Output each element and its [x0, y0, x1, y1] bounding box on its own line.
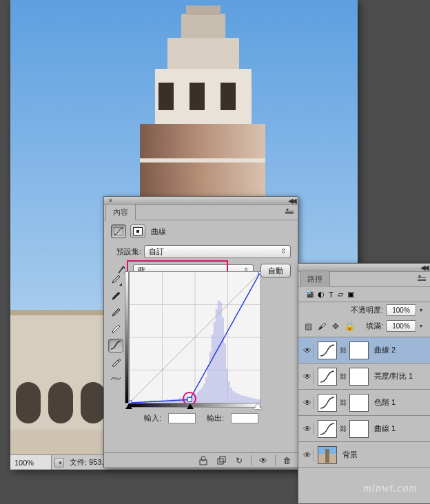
- tab-paths[interactable]: 路徑: [300, 271, 330, 287]
- input-output-row: 輸入: 輸出:: [129, 413, 261, 423]
- svg-marker-3: [167, 38, 239, 69]
- filter-shape-icon[interactable]: ▱: [338, 290, 343, 299]
- layer-row[interactable]: 👁背景: [298, 442, 430, 468]
- visibility-icon[interactable]: 👁: [257, 455, 269, 466]
- lock-all-icon[interactable]: 🔒: [344, 321, 355, 332]
- svg-rect-57: [193, 392, 195, 403]
- black-point-eyedropper-icon[interactable]: [108, 289, 123, 303]
- visibility-toggle-icon[interactable]: 👁: [301, 344, 314, 357]
- tab-properties[interactable]: 內容: [105, 204, 136, 220]
- svg-rect-68: [216, 309, 218, 403]
- svg-rect-74: [228, 381, 230, 403]
- svg-rect-87: [254, 399, 256, 403]
- auto-button[interactable]: 自動: [260, 264, 291, 277]
- curves-adjustment-icon[interactable]: [111, 224, 126, 238]
- panel-menu-icon[interactable]: [416, 274, 427, 284]
- layer-name[interactable]: 亮度/對比 1: [371, 371, 413, 381]
- svg-rect-71: [222, 317, 224, 403]
- layer-row[interactable]: 👁⛓色階 1: [298, 390, 430, 416]
- svg-rect-69: [218, 301, 220, 403]
- layer-list: 👁⛓曲線 2👁⛓亮度/對比 1👁⛓色階 1👁⛓曲線 1👁背景: [298, 337, 430, 488]
- svg-rect-15: [48, 382, 73, 423]
- link-icon[interactable]: ⛓: [340, 399, 347, 406]
- close-icon[interactable]: ✕: [107, 198, 114, 204]
- adjustment-thumb: [318, 394, 337, 412]
- curves-graph[interactable]: [129, 271, 261, 403]
- svg-rect-67: [214, 322, 216, 403]
- layer-name[interactable]: 色階 1: [371, 397, 396, 408]
- point-curve-tool-icon[interactable]: [108, 339, 123, 353]
- previous-state-icon[interactable]: [215, 455, 227, 466]
- filter-smart-icon[interactable]: ▣: [347, 290, 354, 299]
- smooth-curve-icon[interactable]: [108, 372, 123, 386]
- svg-rect-88: [256, 399, 258, 403]
- svg-rect-82: [244, 396, 246, 403]
- watermark: minwt.com: [363, 482, 418, 494]
- lock-transparent-icon[interactable]: ▨: [303, 321, 314, 332]
- svg-rect-5: [186, 6, 221, 15]
- adjustment-header: 曲線: [104, 220, 298, 242]
- visibility-toggle-icon[interactable]: 👁: [301, 370, 314, 383]
- svg-rect-6: [140, 158, 265, 162]
- preset-label: 預設集:: [111, 246, 141, 257]
- filter-type-icon[interactable]: T: [329, 291, 334, 299]
- opacity-field[interactable]: 100%: [386, 304, 416, 316]
- layer-name[interactable]: 曲線 1: [371, 423, 396, 434]
- output-field[interactable]: [231, 413, 258, 423]
- visibility-toggle-icon[interactable]: 👁: [301, 397, 314, 409]
- collapse-icon[interactable]: ◀◀: [420, 264, 427, 271]
- pencil-curve-tool-icon[interactable]: [108, 355, 123, 369]
- link-icon[interactable]: ⛓: [340, 372, 347, 380]
- mask-thumb: [349, 342, 369, 359]
- trash-icon[interactable]: 🗑: [281, 455, 294, 466]
- svg-rect-11: [221, 83, 236, 110]
- fill-label: 填滿:: [366, 321, 383, 331]
- svg-rect-86: [252, 399, 254, 403]
- lock-image-icon[interactable]: 🖌: [316, 321, 327, 332]
- adjustment-thumb: [318, 420, 337, 438]
- lock-position-icon[interactable]: ✥: [330, 321, 341, 332]
- layer-name[interactable]: 曲線 2: [371, 345, 396, 355]
- link-icon[interactable]: ⛓: [340, 425, 347, 432]
- properties-panel: ✕ ◀◀ 內容 曲線 預設集: 自訂 藍 自動: [103, 196, 298, 468]
- collapse-icon[interactable]: ◀◀: [288, 197, 295, 204]
- svg-rect-60: [199, 390, 201, 403]
- preset-select[interactable]: 自訂: [144, 245, 291, 258]
- shadow-highlight-sliders[interactable]: [129, 405, 261, 412]
- layer-name[interactable]: 背景: [340, 450, 358, 460]
- svg-rect-97: [220, 456, 225, 462]
- properties-footer: ↻ 👁 🗑: [104, 452, 298, 468]
- svg-rect-75: [229, 388, 232, 403]
- zoom-level[interactable]: 100%: [10, 455, 52, 470]
- svg-rect-96: [218, 459, 223, 464]
- link-icon[interactable]: ⛓: [340, 346, 347, 354]
- white-point-eyedropper-icon[interactable]: [108, 322, 123, 336]
- fill-field[interactable]: 100%: [386, 320, 416, 332]
- input-field[interactable]: [168, 413, 196, 423]
- mask-thumb: [349, 368, 369, 386]
- visibility-toggle-icon[interactable]: 👁: [301, 449, 314, 461]
- sample-eyedropper-icon[interactable]: [108, 273, 123, 286]
- layer-row[interactable]: 👁⛓曲線 2: [298, 337, 430, 364]
- layers-tabs: 路徑: [298, 272, 430, 287]
- svg-rect-91: [130, 401, 132, 403]
- svg-rect-77: [234, 392, 236, 403]
- svg-rect-79: [238, 395, 240, 403]
- svg-rect-89: [258, 399, 260, 403]
- mask-icon[interactable]: [130, 224, 145, 238]
- svg-rect-73: [226, 369, 228, 403]
- layer-row[interactable]: 👁⛓亮度/對比 1: [298, 364, 430, 390]
- panel-menu-icon[interactable]: [284, 207, 295, 217]
- filter-adjust-icon[interactable]: ◐: [318, 290, 325, 299]
- reset-icon[interactable]: ↻: [233, 455, 245, 466]
- preset-row: 預設集: 自訂: [104, 242, 298, 261]
- gray-point-eyedropper-icon[interactable]: [108, 306, 123, 319]
- status-popup-button[interactable]: [54, 458, 64, 468]
- svg-rect-92: [187, 398, 192, 402]
- layer-row[interactable]: 👁⛓曲線 1: [298, 416, 430, 442]
- visibility-toggle-icon[interactable]: 👁: [301, 423, 314, 435]
- svg-rect-64: [207, 366, 209, 403]
- layer-filter-row: ▦ ◐ T ▱ ▣: [298, 287, 430, 302]
- clip-to-layer-icon[interactable]: [197, 455, 209, 466]
- svg-rect-93: [258, 272, 260, 274]
